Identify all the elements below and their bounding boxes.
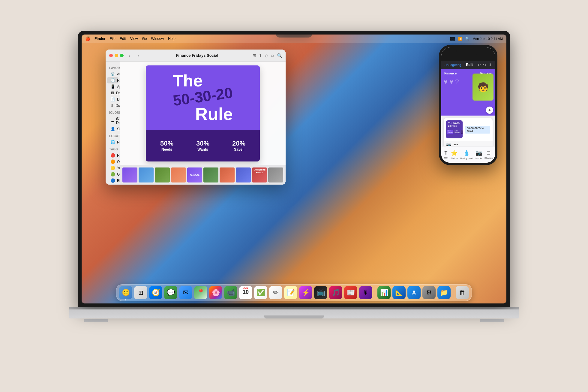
files-icon: 📁 (440, 289, 448, 297)
sidebar-item-network[interactable]: 🌐 Network (107, 139, 118, 145)
dock-maps[interactable]: 📍 (194, 286, 207, 299)
filmstrip-item[interactable] (268, 167, 283, 182)
filmstrip-item[interactable] (236, 167, 251, 182)
tool-media[interactable]: 📷 Media (476, 150, 482, 160)
redo-icon[interactable]: ↪ (483, 62, 487, 67)
back-button[interactable]: ‹ (126, 52, 133, 59)
undo-icon[interactable]: ↩ (478, 62, 481, 67)
sidebar-item-desktop[interactable]: 🖥 Desktop (107, 90, 118, 96)
dock-launchpad[interactable]: ⊞ (134, 286, 147, 299)
dock-photos[interactable]: 🌸 (209, 286, 222, 299)
sidebar-item-blue[interactable]: 🔵 Blue (107, 177, 118, 184)
dock-appletv[interactable]: 📺 (314, 286, 327, 299)
dock-finder[interactable]: 🙂 (119, 286, 132, 299)
add-button[interactable]: + (486, 107, 493, 114)
sidebar-item-green[interactable]: 🟢 Green (107, 171, 118, 177)
sidebar-item-shared[interactable]: 👤 Shared (107, 126, 118, 132)
media-label: Media (476, 157, 482, 160)
green-label: Green (117, 172, 120, 176)
menu-window[interactable]: Window (151, 37, 164, 41)
dock-calendar[interactable]: JUN 10 (239, 286, 252, 299)
shortcuts-icon: ⚡ (302, 289, 310, 297)
wants-label: Wants (196, 147, 209, 152)
filmstrip-item[interactable] (122, 167, 137, 182)
iphone-topbar: ‹ Budgeting Edit ↩ ↪ ⬆ (441, 61, 495, 69)
sidebar-item-documents[interactable]: 📄 Documents (107, 96, 118, 102)
reminders-icon: ✅ (257, 289, 265, 297)
dock-appstore[interactable]: A (407, 286, 421, 299)
dock-messages[interactable]: 💬 (164, 286, 177, 299)
dock-facetime[interactable]: 📹 (224, 286, 237, 299)
filmstrip-item[interactable]: 50-30-20 (187, 167, 202, 182)
sidebar-item-orange[interactable]: 🟠 Orange (107, 158, 118, 165)
finance-preview: The 50-30-20 Rule 50% (146, 65, 260, 161)
iphone-topbar-actions: ↩ ↪ ⬆ (478, 62, 492, 67)
camera-icon[interactable]: 📷 (446, 142, 451, 146)
dock-mail[interactable]: ✉ (179, 286, 192, 299)
dock-safari[interactable]: 🧭 (149, 286, 162, 299)
card-filename: 50-30-20 Title Card (465, 126, 490, 134)
podcasts-icon: 🎙 (362, 289, 369, 297)
dock-shortcuts[interactable]: ⚡ (299, 286, 312, 299)
dock-numbers[interactable]: 📊 (377, 286, 391, 299)
mini-card-title: Th+ 50-30-20 Rule (447, 121, 462, 128)
fullscreen-button[interactable] (120, 54, 124, 57)
tool-background[interactable]: 💧 Background (460, 150, 473, 160)
dock-music[interactable]: 🎵 (329, 286, 342, 299)
sidebar-item-red[interactable]: 🔴 Red (107, 152, 118, 158)
dock-trash[interactable]: 🗑 (456, 286, 469, 299)
share-icon[interactable]: ⬆ (259, 53, 262, 58)
finder-main-area: The 50-30-20 Rule 50% (120, 62, 286, 165)
more-icon[interactable]: ••• (454, 142, 458, 146)
filmstrip-item[interactable] (139, 167, 154, 182)
menu-edit[interactable]: Edit (120, 37, 126, 41)
dock-files[interactable]: 📁 (437, 286, 451, 299)
forward-button[interactable]: › (135, 52, 142, 59)
minimize-button[interactable] (115, 54, 118, 57)
icloud-drive-label: iCloud Drive (116, 116, 120, 125)
tag-icon[interactable]: ◇ (265, 53, 268, 58)
close-button[interactable] (109, 54, 113, 57)
red-tag-icon: 🔴 (110, 153, 115, 158)
menubar-right: ▓▓ 📶 🔍 Mon Jun 10 9:41 AM (450, 37, 503, 41)
downloads-icon: ⬇ (110, 103, 114, 108)
view-icon[interactable]: ⊞ (253, 53, 256, 58)
dock-freeform[interactable]: ✏ (269, 286, 282, 299)
filmstrip-item[interactable] (155, 167, 170, 182)
iphone-topbar-title: Edit (461, 63, 478, 67)
action-icon[interactable]: ☺ (270, 53, 274, 58)
sidebar-item-airdrop[interactable]: 📡 AirDrop (107, 71, 118, 77)
sidebar-item-purple[interactable]: 🟣 Purple (107, 184, 118, 185)
dock-settings[interactable]: ⚙ (422, 286, 436, 299)
background-label: Background (460, 157, 473, 160)
tool-sticker[interactable]: ⭐ Sticker (451, 150, 458, 160)
filmstrip-item[interactable] (171, 167, 186, 182)
sidebar-item-applications[interactable]: 📱 Applications (107, 83, 118, 90)
menu-go[interactable]: Go (142, 37, 147, 41)
dock-keynote[interactable]: 📐 (392, 286, 406, 299)
downloads-label: Downloads (116, 104, 120, 108)
apple-menu[interactable]: 🍎 (85, 36, 90, 41)
sidebar-item-icloud-drive[interactable]: ☁ iCloud Drive (107, 116, 118, 126)
dock-news[interactable]: 📰 (344, 286, 357, 299)
sidebar-item-recents[interactable]: 🕐 Recents (107, 77, 118, 83)
menu-file[interactable]: File (110, 37, 116, 41)
filmstrip-item[interactable] (203, 167, 218, 182)
sidebar-item-yellow[interactable]: 🟡 Yellow (107, 165, 118, 171)
filmstrip-item[interactable] (220, 167, 235, 182)
menu-help[interactable]: Help (168, 37, 176, 41)
dock-podcasts[interactable]: 🎙 (359, 286, 372, 299)
tool-text[interactable]: T Text (444, 150, 448, 159)
dock-reminders[interactable]: ✅ (254, 286, 267, 299)
sidebar-item-downloads[interactable]: ⬇ Downloads (107, 102, 118, 109)
iphone-back-button[interactable]: ‹ Budgeting (444, 63, 461, 67)
airdrop-icon: 📡 (110, 72, 115, 76)
filmstrip-item[interactable]: Budgeting Hacks (252, 167, 267, 182)
search-icon[interactable]: 🔍 (465, 37, 470, 41)
dock-notes[interactable]: 📝 (284, 286, 297, 299)
tool-shapes[interactable]: □ Shapes (484, 150, 493, 159)
text-icon: T (444, 150, 447, 156)
share-icon[interactable]: ⬆ (488, 62, 492, 67)
search-finder-icon[interactable]: 🔍 (277, 53, 282, 58)
menu-view[interactable]: View (130, 37, 138, 41)
